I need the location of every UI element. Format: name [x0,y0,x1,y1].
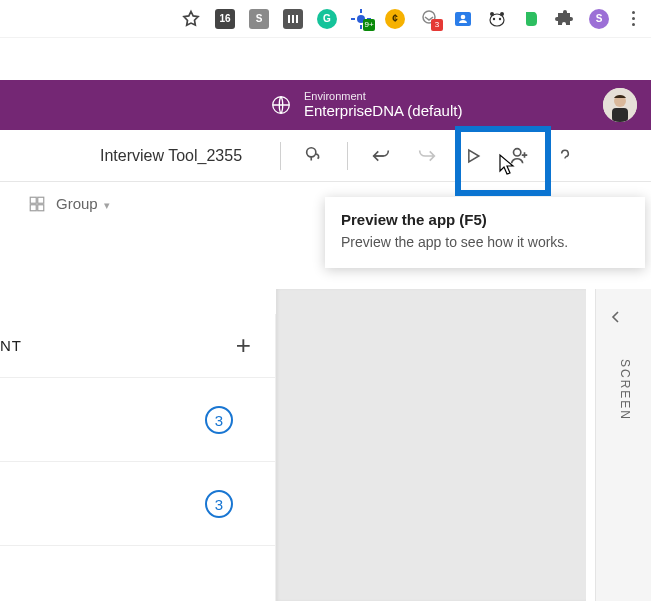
svg-rect-23 [38,197,44,203]
ext-mail-badge: 3 [431,19,443,31]
properties-rail: SCREEN [595,289,651,601]
canvas-area[interactable] [276,289,586,601]
ext-bars-icon[interactable] [283,9,303,29]
bookmark-star-icon[interactable] [181,9,201,29]
svg-point-12 [493,17,495,19]
svg-rect-22 [30,197,36,203]
list-item[interactable]: 3 [0,462,275,546]
profile-avatar-icon[interactable]: S [589,9,609,29]
preview-tooltip: Preview the app (F5) Preview the app to … [325,197,645,268]
svg-rect-25 [38,204,44,210]
document-title[interactable]: Interview Tool_2355 [100,147,270,165]
globe-icon [270,94,292,116]
ext-16-icon[interactable]: 16 [215,9,235,29]
tooltip-title: Preview the app (F5) [341,211,629,228]
rail-label[interactable]: SCREEN [618,359,632,421]
svg-rect-0 [288,15,290,23]
list-item[interactable]: 3 [0,378,275,462]
evernote-icon[interactable] [521,9,541,29]
svg-point-14 [490,12,494,16]
item-count-badge: 3 [205,490,233,518]
left-data-panel: NT + 3 3 [0,314,276,601]
collapse-rail-icon[interactable] [608,309,624,329]
panel-section-label: NT [0,337,22,354]
editor-stage: SCREEN NT + 3 3 [0,224,651,601]
skype-icon[interactable]: S [249,9,269,29]
grammarly-icon[interactable]: G [317,9,337,29]
browser-extension-bar: 16 S G 9+ ¢ 3 S [0,0,651,38]
app-checker-icon[interactable] [291,133,337,179]
svg-point-15 [500,12,504,16]
share-icon[interactable] [496,133,542,179]
item-count-badge: 3 [205,406,233,434]
group-dropdown[interactable]: Group ▾ [56,195,110,212]
svg-rect-1 [292,15,294,23]
help-icon[interactable] [542,133,588,179]
tooltip-body: Preview the app to see how it works. [341,234,629,250]
ext-mail-icon[interactable]: 3 [419,9,439,29]
ext-burst-icon[interactable]: 9+ [351,9,371,29]
add-item-icon[interactable]: + [236,330,251,361]
ext-burst-badge: 9+ [363,19,375,31]
svg-rect-2 [296,15,298,23]
svg-rect-19 [612,108,628,122]
environment-banner: Environment EnterpriseDNA (default) [0,80,651,130]
ext-people-icon[interactable] [453,9,473,29]
environment-label: Environment [304,90,462,102]
user-avatar[interactable] [603,88,637,122]
undo-icon[interactable] [358,133,404,179]
chrome-menu-icon[interactable] [623,9,643,29]
svg-point-20 [307,147,316,156]
honeybadger-icon[interactable] [487,9,507,29]
app-toolbar: Interview Tool_2355 [0,130,651,182]
environment-name[interactable]: EnterpriseDNA (default) [304,102,462,119]
svg-point-10 [461,14,466,19]
svg-rect-24 [30,204,36,210]
redo-icon[interactable] [404,133,450,179]
svg-point-13 [499,17,501,19]
svg-point-21 [514,148,521,155]
ext-moon-icon[interactable]: ¢ [385,9,405,29]
extensions-puzzle-icon[interactable] [555,9,575,29]
preview-play-icon[interactable] [450,133,496,179]
group-icon [28,195,46,213]
